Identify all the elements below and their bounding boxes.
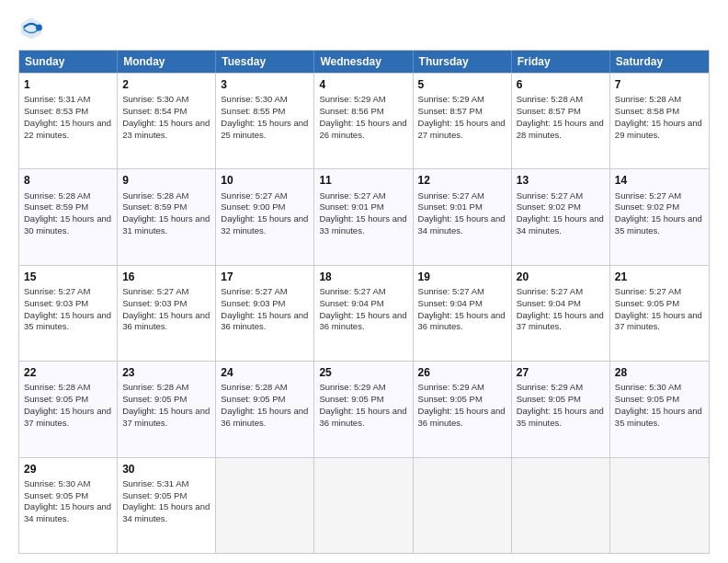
sunrise: Sunrise: 5:29 AM xyxy=(319,382,385,392)
sunrise: Sunrise: 5:28 AM xyxy=(615,94,681,104)
sunset: Sunset: 9:02 PM xyxy=(517,201,581,212)
day-cell-2: 2Sunrise: 5:30 AMSunset: 8:54 PMDaylight… xyxy=(118,74,216,168)
day-number: 13 xyxy=(517,173,605,188)
daylight: Daylight: 15 hours and 36 minutes. xyxy=(319,406,406,428)
sunrise: Sunrise: 5:27 AM xyxy=(221,190,287,201)
sunset: Sunset: 8:53 PM xyxy=(24,106,88,116)
sunset: Sunset: 9:03 PM xyxy=(24,298,88,308)
sunset: Sunset: 9:01 PM xyxy=(319,201,383,212)
sunrise: Sunrise: 5:27 AM xyxy=(122,286,188,296)
day-number: 22 xyxy=(24,365,112,380)
day-cell-24: 24Sunrise: 5:28 AMSunset: 9:05 PMDayligh… xyxy=(216,362,314,456)
sunset: Sunset: 9:05 PM xyxy=(517,394,581,404)
day-number: 21 xyxy=(615,270,704,284)
page: SundayMondayTuesdayWednesdayThursdayFrid… xyxy=(0,0,728,563)
day-cell-10: 10Sunrise: 5:27 AMSunset: 9:00 PMDayligh… xyxy=(216,169,314,264)
daylight: Daylight: 15 hours and 36 minutes. xyxy=(418,406,506,428)
day-cell-14: 14Sunrise: 5:27 AMSunset: 9:02 PMDayligh… xyxy=(610,169,709,264)
daylight: Daylight: 15 hours and 35 minutes. xyxy=(615,213,702,236)
day-cell-19: 19Sunrise: 5:27 AMSunset: 9:04 PMDayligh… xyxy=(414,266,512,361)
day-number: 2 xyxy=(122,77,210,92)
sunset: Sunset: 8:57 PM xyxy=(418,106,483,116)
empty-cell xyxy=(610,458,709,553)
day-cell-27: 27Sunrise: 5:29 AMSunset: 9:05 PMDayligh… xyxy=(512,362,610,456)
sunset: Sunset: 9:04 PM xyxy=(517,298,581,308)
daylight: Daylight: 15 hours and 36 minutes. xyxy=(122,310,210,332)
sunset: Sunset: 8:58 PM xyxy=(615,106,679,116)
sunrise: Sunrise: 5:27 AM xyxy=(418,190,484,201)
day-cell-1: 1Sunrise: 5:31 AMSunset: 8:53 PMDaylight… xyxy=(19,74,118,168)
daylight: Daylight: 15 hours and 36 minutes. xyxy=(221,310,308,332)
sunrise: Sunrise: 5:30 AM xyxy=(221,94,287,104)
sunset: Sunset: 9:05 PM xyxy=(221,394,285,404)
day-number: 30 xyxy=(122,462,210,477)
day-cell-20: 20Sunrise: 5:27 AMSunset: 9:04 PMDayligh… xyxy=(512,266,610,361)
day-number: 27 xyxy=(517,365,605,380)
header-day-sunday: Sunday xyxy=(19,51,118,73)
daylight: Daylight: 15 hours and 27 minutes. xyxy=(418,118,506,140)
sunset: Sunset: 8:59 PM xyxy=(122,201,187,212)
sunrise: Sunrise: 5:30 AM xyxy=(24,478,90,488)
daylight: Daylight: 15 hours and 32 minutes. xyxy=(221,213,308,236)
empty-cell xyxy=(216,458,314,553)
sunset: Sunset: 9:04 PM xyxy=(319,298,383,308)
day-number: 26 xyxy=(418,365,506,380)
daylight: Daylight: 15 hours and 26 minutes. xyxy=(319,118,406,140)
daylight: Daylight: 15 hours and 35 minutes. xyxy=(517,406,604,428)
day-number: 20 xyxy=(517,270,605,284)
sunset: Sunset: 9:05 PM xyxy=(418,394,483,404)
sunrise: Sunrise: 5:27 AM xyxy=(517,286,583,296)
sunset: Sunset: 9:03 PM xyxy=(122,298,187,308)
day-number: 28 xyxy=(615,365,704,380)
daylight: Daylight: 15 hours and 37 minutes. xyxy=(517,310,604,332)
day-cell-6: 6Sunrise: 5:28 AMSunset: 8:57 PMDaylight… xyxy=(512,74,610,168)
day-number: 16 xyxy=(122,270,210,284)
daylight: Daylight: 15 hours and 34 minutes. xyxy=(24,501,111,523)
calendar: SundayMondayTuesdayWednesdayThursdayFrid… xyxy=(18,50,710,554)
sunset: Sunset: 9:04 PM xyxy=(418,298,483,308)
sunset: Sunset: 9:00 PM xyxy=(221,201,285,212)
sunset: Sunset: 8:54 PM xyxy=(122,106,187,116)
day-cell-13: 13Sunrise: 5:27 AMSunset: 9:02 PMDayligh… xyxy=(512,169,610,264)
day-number: 18 xyxy=(319,270,407,284)
daylight: Daylight: 15 hours and 25 minutes. xyxy=(221,118,308,140)
sunset: Sunset: 9:01 PM xyxy=(418,201,483,212)
daylight: Daylight: 15 hours and 37 minutes. xyxy=(24,406,111,428)
daylight: Daylight: 15 hours and 37 minutes. xyxy=(615,310,702,332)
sunrise: Sunrise: 5:27 AM xyxy=(24,286,90,296)
daylight: Daylight: 15 hours and 35 minutes. xyxy=(615,406,702,428)
sunset: Sunset: 8:56 PM xyxy=(319,106,383,116)
day-cell-21: 21Sunrise: 5:27 AMSunset: 9:05 PMDayligh… xyxy=(610,266,709,361)
sunset: Sunset: 8:57 PM xyxy=(517,106,581,116)
daylight: Daylight: 15 hours and 34 minutes. xyxy=(418,213,506,236)
sunrise: Sunrise: 5:29 AM xyxy=(418,382,484,392)
logo-icon xyxy=(18,15,44,40)
day-cell-18: 18Sunrise: 5:27 AMSunset: 9:04 PMDayligh… xyxy=(314,266,413,361)
calendar-row-3: 15Sunrise: 5:27 AMSunset: 9:03 PMDayligh… xyxy=(19,265,709,361)
day-cell-5: 5Sunrise: 5:29 AMSunset: 8:57 PMDaylight… xyxy=(414,74,512,168)
sunrise: Sunrise: 5:27 AM xyxy=(319,190,385,201)
daylight: Daylight: 15 hours and 29 minutes. xyxy=(615,118,702,140)
header-day-wednesday: Wednesday xyxy=(314,51,413,73)
daylight: Daylight: 15 hours and 22 minutes. xyxy=(24,118,111,140)
day-cell-12: 12Sunrise: 5:27 AMSunset: 9:01 PMDayligh… xyxy=(414,169,512,264)
day-cell-29: 29Sunrise: 5:30 AMSunset: 9:05 PMDayligh… xyxy=(19,458,118,553)
sunrise: Sunrise: 5:28 AM xyxy=(221,382,287,392)
day-number: 8 xyxy=(24,173,112,188)
sunrise: Sunrise: 5:28 AM xyxy=(122,382,188,392)
daylight: Daylight: 15 hours and 36 minutes. xyxy=(221,406,308,428)
header xyxy=(18,15,710,40)
calendar-row-2: 8Sunrise: 5:28 AMSunset: 8:59 PMDaylight… xyxy=(19,168,709,264)
header-day-thursday: Thursday xyxy=(414,51,512,73)
day-number: 17 xyxy=(221,270,309,284)
day-number: 11 xyxy=(319,173,407,188)
day-number: 4 xyxy=(319,77,407,92)
sunrise: Sunrise: 5:27 AM xyxy=(615,286,681,296)
day-cell-30: 30Sunrise: 5:31 AMSunset: 9:05 PMDayligh… xyxy=(118,458,216,553)
day-cell-11: 11Sunrise: 5:27 AMSunset: 9:01 PMDayligh… xyxy=(314,169,413,264)
daylight: Daylight: 15 hours and 30 minutes. xyxy=(24,213,111,236)
day-number: 14 xyxy=(615,173,704,188)
sunset: Sunset: 9:05 PM xyxy=(24,490,88,500)
day-number: 7 xyxy=(615,77,704,92)
day-cell-4: 4Sunrise: 5:29 AMSunset: 8:56 PMDaylight… xyxy=(314,74,413,168)
